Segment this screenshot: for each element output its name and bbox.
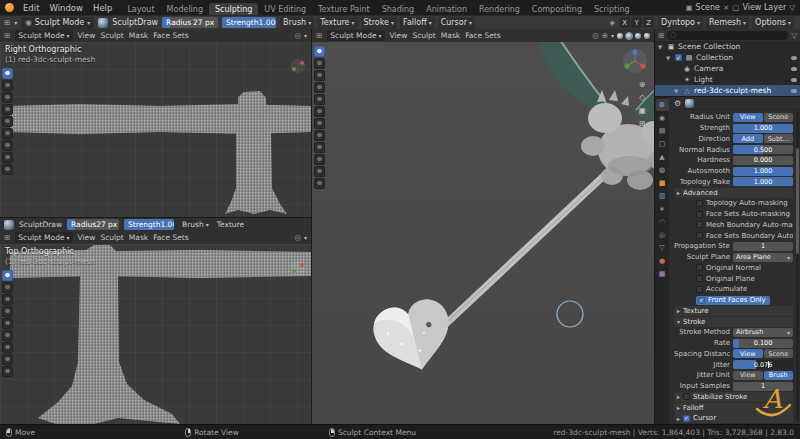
tool-draw-icon[interactable]: [314, 46, 325, 57]
editor-type-icon[interactable]: ⊞: [4, 31, 10, 40]
workspace-tab-rendering[interactable]: Rendering: [473, 3, 526, 15]
viewport-menu-mask[interactable]: Mask: [129, 233, 148, 242]
properties-tab-object-data[interactable]: ▽: [656, 242, 669, 254]
checkbox-row-face-sets-auto-masking[interactable]: Face Sets Auto-masking: [696, 210, 790, 219]
viewport-main[interactable]: ⊞ Sculpt Mode ▾ ViewSculptMaskFace Sets …: [312, 29, 654, 424]
tool-clay-icon[interactable]: [2, 92, 13, 103]
checkbox[interactable]: [696, 221, 703, 228]
chevron-down-icon[interactable]: ▾: [304, 234, 307, 241]
radius-field[interactable]: Radius 27 px: [162, 17, 218, 28]
workspace-tab-uv-editing[interactable]: UV Editing: [258, 3, 312, 15]
workspace-tab-sculpting[interactable]: Sculpting: [209, 3, 258, 15]
viewport-menu-mask[interactable]: Mask: [441, 31, 460, 40]
field-propagation-steps[interactable]: 1: [733, 242, 793, 251]
editor-type-icon[interactable]: ⊞: [658, 31, 664, 40]
outliner-item-collection[interactable]: ▼✓▤Collection: [655, 52, 800, 63]
properties-tab-physics[interactable]: ◠: [656, 216, 669, 228]
scrollbar[interactable]: [796, 111, 799, 422]
shading-wireframe-icon[interactable]: [617, 33, 623, 39]
outliner-item-light[interactable]: ☀Light: [655, 74, 800, 85]
checkbox-row-face-sets-boundary-automasking[interactable]: Face Sets Boundary Automasking: [696, 231, 793, 240]
section-texture[interactable]: ▸Texture: [674, 306, 793, 316]
toggle-direction-add[interactable]: Add: [733, 134, 763, 143]
brush-dropdown[interactable]: Brush ▾: [179, 219, 212, 231]
tool-clay-strips-icon[interactable]: [2, 104, 13, 115]
mode-dropdown[interactable]: Sculpt Mode ▾: [15, 232, 72, 243]
editing-field-jitter[interactable]: 0.076: [733, 360, 793, 369]
properties-tab-tool[interactable]: ⚙: [656, 99, 669, 111]
shading-solid-icon[interactable]: [626, 33, 632, 39]
tool-inflate-icon[interactable]: [314, 106, 325, 117]
mode-dropdown[interactable]: Sculpt Mode ▾: [15, 30, 72, 41]
viewport-menu-face-sets[interactable]: Face Sets: [153, 233, 189, 242]
tool-smooth-icon[interactable]: [2, 366, 13, 377]
workspace-tab-animation[interactable]: Animation: [420, 3, 473, 15]
toggle-radius-unit-scene[interactable]: Scene: [764, 113, 794, 122]
workspace-tab-layout[interactable]: Layout: [121, 3, 160, 15]
navigation-gizmo[interactable]: [622, 48, 648, 74]
tool-blob-icon[interactable]: [2, 342, 13, 353]
viewport-menu-sculpt[interactable]: Sculpt: [100, 31, 123, 40]
tool-blob-icon[interactable]: [2, 140, 13, 151]
toggle-spacing-distance-view[interactable]: View: [733, 349, 763, 358]
tool-smooth-icon[interactable]: [314, 142, 325, 153]
tool-draw-sharp-icon[interactable]: [2, 282, 13, 293]
properties-tab-output[interactable]: ▤: [656, 125, 669, 137]
navigation-gizmo[interactable]: [290, 260, 306, 276]
camera-view-icon[interactable]: ▣: [638, 106, 646, 115]
slider-rate[interactable]: 0.100: [733, 339, 793, 348]
mode-dropdown[interactable]: ◉ Sculpt Mode ▾: [21, 17, 94, 29]
editor-type-icon[interactable]: ⊞: [4, 18, 10, 27]
viewport-right-orthographic[interactable]: ⊞ Sculpt Mode ▾ ViewSculptMaskFace Sets …: [0, 29, 311, 218]
strength-field[interactable]: Strength 1.000: [124, 219, 174, 230]
properties-tab-object[interactable]: ■: [656, 177, 669, 189]
active-brush-icon[interactable]: [685, 99, 694, 108]
tool-layer-icon[interactable]: [314, 94, 325, 105]
properties-tab-world[interactable]: ◍: [656, 164, 669, 176]
properties-tab-view-layer[interactable]: ▢: [656, 138, 669, 150]
tool-clay-icon[interactable]: [314, 70, 325, 81]
checkbox-row-front-faces-only[interactable]: ✓Front Faces Only: [696, 296, 770, 305]
menu-window[interactable]: Window: [44, 3, 88, 13]
unlink-scene-icon[interactable]: ×: [723, 3, 729, 12]
tool-inflate-icon[interactable]: [2, 128, 13, 139]
tool-clay-strips-icon[interactable]: [2, 306, 13, 317]
viewport-top-orthographic[interactable]: SculptDraw Radius 27 px Strength 1.000 B…: [0, 218, 311, 424]
viewport-menu-mask[interactable]: Mask: [129, 31, 148, 40]
tool-clay-strips-icon[interactable]: [314, 82, 325, 93]
viewport-menu-sculpt[interactable]: Sculpt: [100, 233, 123, 242]
outliner-item-camera[interactable]: ◉Camera: [655, 63, 800, 74]
filter-icon[interactable]: ▽: [789, 3, 795, 12]
zoom-icon[interactable]: ⊕: [638, 80, 646, 89]
toggle-spacing-distance-scene[interactable]: Scene: [764, 349, 794, 358]
menu-help[interactable]: Help: [88, 3, 117, 13]
checkbox[interactable]: [696, 200, 703, 207]
proportional-edit-icon[interactable]: ◎: [592, 31, 599, 40]
workspace-tab-shading[interactable]: Shading: [376, 3, 421, 15]
mirror-x-toggle[interactable]: X: [619, 17, 630, 28]
tool-clay-icon[interactable]: [2, 294, 13, 305]
tool-draw-sharp-icon[interactable]: [314, 58, 325, 69]
tool-draw-icon[interactable]: [2, 68, 13, 79]
menu-edit[interactable]: Edit: [18, 3, 44, 13]
viewport-canvas[interactable]: ⊕ ◇ ▣ ⊞: [312, 42, 654, 424]
tool-inflate-icon[interactable]: [2, 330, 13, 341]
mirror-y-toggle[interactable]: Y: [631, 17, 642, 28]
toggle-direction-subt[interactable]: Subt...: [764, 134, 794, 143]
viewport-canvas[interactable]: Right Orthographic (1) red-3dc-sculpt-me…: [0, 42, 311, 217]
tool-grab-icon[interactable]: [314, 178, 325, 189]
checkbox-row-accumulate[interactable]: Accumulate: [696, 285, 747, 294]
snapping-icon[interactable]: ⊕: [602, 31, 608, 40]
blender-logo-icon[interactable]: [5, 3, 14, 12]
checkbox[interactable]: [696, 232, 703, 239]
strength-field[interactable]: Strength 1.000: [222, 17, 276, 28]
viewport-canvas[interactable]: Top Orthographic (1) red-3dc-sculpt-mesh: [0, 244, 311, 424]
proportional-edit-icon[interactable]: ◎: [294, 31, 301, 40]
outliner-item-red-3dc-sculpt-mesh[interactable]: ▼△red-3dc-sculpt-mesh: [655, 85, 800, 96]
expand-arrow-icon[interactable]: ▼: [666, 55, 672, 61]
expand-arrow-icon[interactable]: ▼: [674, 88, 680, 94]
outliner-item-scene-collection[interactable]: ▼▣Scene Collection: [655, 41, 800, 52]
properties-tab-render[interactable]: ◉: [656, 112, 669, 124]
workspace-tab-modeling[interactable]: Modeling: [161, 3, 209, 15]
properties-tab-modifiers[interactable]: ▥: [656, 190, 669, 202]
